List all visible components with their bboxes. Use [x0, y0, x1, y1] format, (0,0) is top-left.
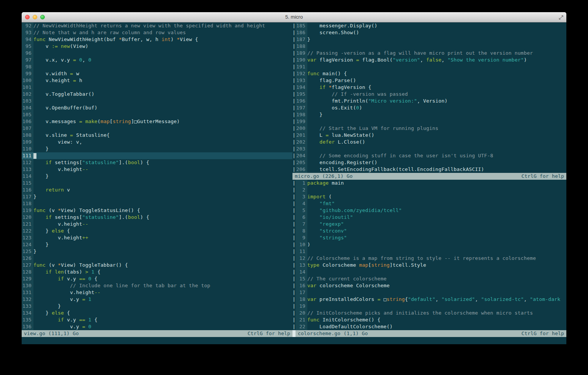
code-line[interactable]: 101 — [22, 84, 292, 91]
code-line[interactable]: | 12// Colorscheme is a map from string … — [292, 255, 566, 262]
code-line[interactable]: 130 // Include one line for the tab bar … — [22, 282, 292, 289]
code-line[interactable]: 97 v.x, v.y = 0, 0 — [22, 57, 292, 63]
code-line[interactable]: 114 } — [22, 173, 292, 180]
code-line[interactable]: | 21func InitColorscheme() { — [292, 316, 566, 323]
code-line[interactable]: 93// Note that w and h are raw column an… — [22, 29, 292, 36]
code-line[interactable]: 102 v.ToggleTabbar() — [22, 91, 292, 98]
code-line[interactable]: 108 v.sline = Statusline{ — [22, 132, 292, 139]
code-line[interactable]: |189// Passing -version as a flag will h… — [292, 50, 566, 57]
editor-pane-view-go[interactable]: 92// NewViewWidthHeight returns a new vi… — [22, 22, 292, 330]
code-line[interactable]: 94func NewViewWidthHeight(buf *Buffer, w… — [22, 36, 292, 43]
code-line[interactable]: | 19 — [292, 303, 566, 310]
code-line[interactable]: 113 v.height-- — [22, 166, 292, 173]
code-line[interactable]: 112 if settings["statusline"].(bool) { — [22, 159, 292, 166]
code-line[interactable]: |195 // If -version was passed — [292, 91, 566, 98]
code-line[interactable]: 119func (v *View) ToggleStatusLine() { — [22, 207, 292, 214]
code-line[interactable]: |198 } — [292, 111, 566, 118]
code-line[interactable]: |201 L = lua.NewState() — [292, 132, 566, 139]
code-line[interactable]: |190var flagVersion = flag.Bool("version… — [292, 57, 566, 63]
code-text: if settings["statusline"].(bool) { — [33, 214, 292, 221]
editor-pane-micro-go[interactable]: |185 messenger.Display()|186 screen.Show… — [292, 22, 566, 173]
code-line[interactable]: |204 // Some encoding stuff in case the … — [292, 152, 566, 159]
code-line[interactable]: |199 — [292, 118, 566, 125]
code-line[interactable]: | 9 "strings" — [292, 234, 566, 241]
code-line[interactable]: 120 if settings["statusline"].(bool) { — [22, 214, 292, 221]
code-line[interactable]: | 3import ( — [292, 193, 566, 200]
code-line[interactable]: | 8 "strconv" — [292, 228, 566, 234]
code-line[interactable]: | 4 "fmt" — [292, 200, 566, 207]
code-line[interactable]: 122 } else { — [22, 228, 292, 234]
code-line[interactable]: 111 — [22, 152, 292, 159]
editor-pane-colorscheme-go[interactable]: | 1package main| 2| 3import (| 4 "fmt"| … — [292, 180, 566, 330]
code-line[interactable]: | 11 — [292, 248, 566, 255]
code-line[interactable]: |193 flag.Parse() — [292, 77, 566, 84]
code-line[interactable]: | 17 — [292, 289, 566, 296]
code-line[interactable]: | 16var colorscheme Colorscheme — [292, 282, 566, 289]
code-line[interactable]: 124 } — [22, 241, 292, 248]
code-line[interactable]: 98 — [22, 63, 292, 70]
code-line[interactable]: |202 defer L.Close() — [292, 139, 566, 146]
code-line[interactable]: |188 — [292, 43, 566, 50]
code-line[interactable]: |192func main() { — [292, 70, 566, 77]
resize-icon[interactable]: ⤢ — [559, 14, 563, 21]
line-number: 195 — [296, 91, 307, 98]
code-line[interactable]: 126 — [22, 255, 292, 262]
code-line[interactable]: |186 screen.Show() — [292, 29, 566, 36]
code-line[interactable]: 127func (v *View) ToggleTabbar() { — [22, 262, 292, 269]
code-line[interactable]: 134 } else { — [22, 310, 292, 316]
code-text — [33, 255, 292, 262]
code-line[interactable]: |187} — [292, 36, 566, 43]
code-line[interactable]: 106 v.messages = make(map[string]□Gutter… — [22, 118, 292, 125]
code-line[interactable]: 100 v.height = h — [22, 77, 292, 84]
code-line[interactable]: 133 } — [22, 303, 292, 310]
code-line[interactable]: | 15// The current colorscheme — [292, 275, 566, 282]
code-line[interactable]: |197 os.Exit(0) — [292, 104, 566, 111]
code-line[interactable]: 107 — [22, 125, 292, 132]
code-line[interactable]: | 10) — [292, 241, 566, 248]
code-line[interactable]: 116 return v — [22, 187, 292, 193]
code-line[interactable]: 128 if len(tabs) > 1 { — [22, 269, 292, 275]
code-line[interactable]: | 13type Colorscheme map[string]tcell.St… — [292, 262, 566, 269]
code-line[interactable]: | 18var preInstalledColors = □string{"de… — [292, 296, 566, 303]
code-line[interactable]: | 20// InitColorscheme picks and initial… — [292, 310, 566, 316]
code-line[interactable]: 121 v.height-- — [22, 221, 292, 228]
code-line[interactable]: 125} — [22, 248, 292, 255]
code-line[interactable]: 110 } — [22, 146, 292, 152]
code-line[interactable]: | 22 LoadDefaultColorscheme() — [292, 323, 566, 330]
line-number: 124 — [22, 241, 33, 248]
line-number: 117 — [22, 193, 33, 200]
code-line[interactable]: 136 v.y = 0 — [22, 323, 292, 330]
code-line[interactable]: 123 v.height++ — [22, 234, 292, 241]
code-line[interactable]: |196 fmt.Println("Micro version:", Versi… — [292, 98, 566, 104]
code-line[interactable]: |203 — [292, 146, 566, 152]
code-line[interactable]: | 5 "github.com/zyedidia/tcell" — [292, 207, 566, 214]
code-line[interactable]: 132 v.y = 1 — [22, 296, 292, 303]
code-line[interactable]: 129 if v.y == 0 { — [22, 275, 292, 282]
code-line[interactable]: 92// NewViewWidthHeight returns a new vi… — [22, 22, 292, 29]
code-line[interactable]: | 7 "regexp" — [292, 221, 566, 228]
code-line[interactable]: 131 v.height-- — [22, 289, 292, 296]
code-line[interactable]: 118 — [22, 200, 292, 207]
code-line[interactable]: | 14 — [292, 269, 566, 275]
titlebar[interactable]: 5. micro ⤢ — [22, 12, 566, 22]
code-line[interactable]: 117} — [22, 193, 292, 200]
code-line[interactable]: 96 — [22, 50, 292, 57]
code-line[interactable]: 105 — [22, 111, 292, 118]
code-line[interactable]: |191 — [292, 63, 566, 70]
code-line[interactable]: 104 v.OpenBuffer(buf) — [22, 104, 292, 111]
line-number: 7 — [296, 221, 307, 228]
code-line[interactable]: | 2 — [292, 187, 566, 193]
code-line[interactable]: |200 // Start the Lua VM for running plu… — [292, 125, 566, 132]
code-line[interactable]: 135 if v.y == 1 { — [22, 316, 292, 323]
code-line[interactable]: | 6 "io/ioutil" — [292, 214, 566, 221]
code-line[interactable]: |205 encoding.Register() — [292, 159, 566, 166]
code-line[interactable]: |206 tcell.SetEncodingFallback(tcell.Enc… — [292, 166, 566, 173]
code-line[interactable]: |194 if *flagVersion { — [292, 84, 566, 91]
code-line[interactable]: 99 v.width = w — [22, 70, 292, 77]
code-line[interactable]: |185 messenger.Display() — [292, 22, 566, 29]
code-line[interactable]: | 1package main — [292, 180, 566, 187]
code-line[interactable]: 115 — [22, 180, 292, 187]
code-line[interactable]: 103 — [22, 98, 292, 104]
code-line[interactable]: 95 v := new(View) — [22, 43, 292, 50]
code-line[interactable]: 109 view: v, — [22, 139, 292, 146]
